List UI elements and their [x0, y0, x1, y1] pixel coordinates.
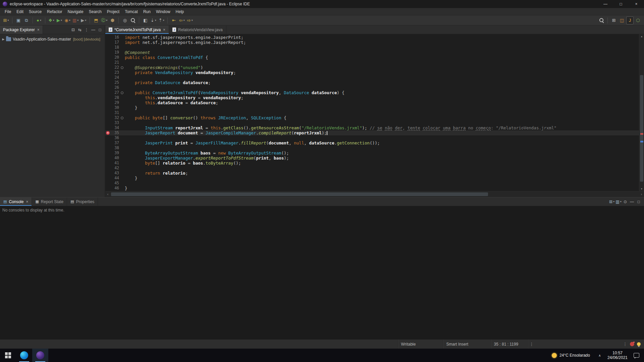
folding-column[interactable]: [119, 55, 125, 60]
folding-column[interactable]: [119, 115, 125, 120]
gutter-annotation[interactable]: [105, 150, 110, 156]
code-line-16[interactable]: 16import net.sf.jasperreports.engine.Jas…: [105, 35, 644, 40]
fold-handle-icon[interactable]: [121, 117, 123, 119]
pin-console-button[interactable]: ⊙: [622, 198, 629, 205]
gutter-annotation[interactable]: [105, 80, 110, 85]
line-number[interactable]: 45: [110, 181, 119, 186]
folding-column[interactable]: [119, 85, 125, 90]
folding-column[interactable]: [119, 105, 125, 110]
new-java-package-button[interactable]: ⬢: [109, 16, 116, 24]
code-line-44[interactable]: 44 }: [105, 176, 644, 181]
line-number[interactable]: 43: [110, 171, 119, 176]
tab-properties[interactable]: ▤Properties: [67, 197, 98, 206]
folding-column[interactable]: [119, 140, 125, 145]
spring-boot-dashboard-button[interactable]: ●▾: [35, 16, 43, 24]
folding-column[interactable]: [119, 130, 125, 135]
line-number[interactable]: 16: [110, 35, 119, 40]
code-line-31[interactable]: 31: [105, 110, 644, 115]
tab-console[interactable]: ▤Console×: [0, 197, 32, 206]
weather-widget[interactable]: 24°C Ensolarado: [559, 353, 590, 358]
perspective-java-button[interactable]: J: [626, 16, 634, 24]
code-line-23[interactable]: 23 private VendaRepository vendaReposito…: [105, 70, 644, 75]
code-line-36[interactable]: 36: [105, 135, 644, 140]
line-number[interactable]: 44: [110, 176, 119, 181]
line-number[interactable]: 46: [110, 186, 119, 191]
line-number[interactable]: 35: [110, 130, 119, 135]
gutter-annotation[interactable]: [105, 85, 110, 90]
fold-handle-icon[interactable]: [121, 92, 123, 94]
perspective-java-ee-button[interactable]: ◫: [618, 16, 626, 24]
code-line-19[interactable]: 19@Component: [105, 50, 644, 55]
gutter-annotation[interactable]: [105, 75, 110, 80]
tray-expand-chevron-icon[interactable]: ∧: [595, 354, 604, 357]
new-java-project-button[interactable]: ⬒: [92, 16, 100, 24]
minimize-view-button[interactable]: —: [90, 26, 97, 33]
vertical-scroll-thumb[interactable]: [640, 75, 643, 182]
gutter-annotation[interactable]: [105, 145, 110, 150]
gutter-annotation[interactable]: [105, 120, 110, 125]
profile-button[interactable]: ◉▾: [64, 16, 71, 24]
close-button[interactable]: ×: [629, 0, 644, 8]
code-line-39[interactable]: 39 ByteArrayOutputStream baos = new Byte…: [105, 150, 644, 156]
gutter-annotation[interactable]: [105, 161, 110, 166]
line-number[interactable]: 22: [110, 65, 119, 70]
gutter-annotation[interactable]: ✕: [105, 130, 110, 135]
line-number[interactable]: 26: [110, 85, 119, 90]
gutter-annotation[interactable]: [105, 60, 110, 65]
run-external-tools-button[interactable]: ▶▾: [80, 16, 87, 24]
save-button[interactable]: ▣: [15, 16, 22, 24]
gutter-annotation[interactable]: [105, 35, 110, 40]
tab-convertejrxmltopdf[interactable]: J*ConverteJrxmlToPdf.java×: [105, 25, 169, 34]
line-number[interactable]: 34: [110, 125, 119, 130]
menu-search[interactable]: Search: [86, 8, 104, 15]
notifications-icon[interactable]: [630, 342, 634, 346]
line-number[interactable]: 20: [110, 55, 119, 60]
folding-column[interactable]: [119, 171, 125, 176]
gutter-annotation[interactable]: [105, 186, 110, 191]
console-tab-close-icon[interactable]: ×: [26, 200, 28, 204]
folding-column[interactable]: [119, 50, 125, 55]
menu-source[interactable]: Source: [26, 8, 44, 15]
gutter-annotation[interactable]: [105, 45, 110, 50]
gutter-annotation[interactable]: [105, 176, 110, 181]
tab-relatoriovendaview[interactable]: JRelatorioVendaView.java: [169, 25, 226, 34]
back-history-button[interactable]: ⇦▾: [178, 16, 185, 24]
line-number[interactable]: 33: [110, 120, 119, 125]
minimize-console-button[interactable]: —: [629, 198, 635, 205]
package-explorer-close-icon[interactable]: ×: [37, 28, 40, 32]
folding-column[interactable]: [119, 186, 125, 191]
new-java-class-button[interactable]: Ⓒ▾: [100, 16, 108, 24]
save-all-button[interactable]: ⧉: [23, 16, 30, 24]
horizontal-scrollbar[interactable]: ‹ ›: [105, 191, 644, 197]
code-line-26[interactable]: 26: [105, 85, 644, 90]
folding-column[interactable]: [119, 95, 125, 100]
gutter-annotation[interactable]: [105, 70, 110, 75]
gutter-annotation[interactable]: [105, 110, 110, 115]
code-line-25[interactable]: 25 private DataSource dataSource;: [105, 80, 644, 85]
display-selected-console-button[interactable]: ▥▾: [615, 198, 622, 205]
gutter-annotation[interactable]: [105, 166, 110, 171]
folding-column[interactable]: [119, 110, 125, 115]
gutter-annotation[interactable]: [105, 156, 110, 161]
line-number[interactable]: 21: [110, 60, 119, 65]
code-line-38[interactable]: 38: [105, 145, 644, 150]
forward-history-button[interactable]: ⇨▾: [186, 16, 194, 24]
code-line-29[interactable]: 29 this.dataSource = dataSource;: [105, 100, 644, 105]
code-line-41[interactable]: 41 byte[] relatorio = baos.toByteArray()…: [105, 161, 644, 166]
line-number[interactable]: 27: [110, 90, 119, 95]
gutter-annotation[interactable]: [105, 100, 110, 105]
line-number[interactable]: 23: [110, 70, 119, 75]
debug-button[interactable]: ❖▾: [48, 16, 55, 24]
gutter-annotation[interactable]: [105, 95, 110, 100]
line-number[interactable]: 37: [110, 140, 119, 145]
menu-navigate[interactable]: Navigate: [65, 8, 86, 15]
folding-column[interactable]: [119, 100, 125, 105]
folding-column[interactable]: [119, 166, 125, 171]
gutter-annotation[interactable]: [105, 140, 110, 145]
previous-annotation-button[interactable]: ⇡▾: [158, 16, 165, 24]
package-explorer-tab[interactable]: Package Explorer ×: [0, 25, 43, 34]
code-line-37[interactable]: 37 JasperPrint print = JasperFillManager…: [105, 140, 644, 145]
folding-column[interactable]: [119, 145, 125, 150]
maximize-button[interactable]: □: [613, 0, 629, 8]
folding-column[interactable]: [119, 120, 125, 125]
